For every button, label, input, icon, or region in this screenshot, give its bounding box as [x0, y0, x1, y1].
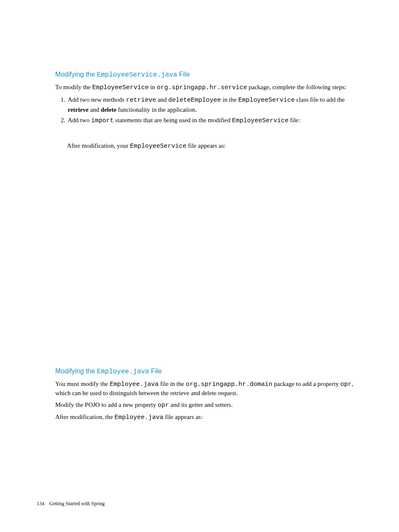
text: file appears as:: [164, 414, 203, 420]
text: in the: [221, 96, 238, 103]
section2-p1: You must modify the Employee.java file i…: [55, 380, 363, 398]
text: After modification, the: [55, 414, 115, 420]
section2-p2: Modify the POJO to add a new property op…: [55, 401, 363, 410]
text: file:: [289, 117, 300, 123]
code-text: deleteEmployee: [168, 97, 221, 104]
steps-list: Add two new methods retrieve and deleteE…: [55, 95, 363, 126]
page-content: Modifying the EmployeeService.java File …: [0, 0, 399, 422]
section1-heading: Modifying the EmployeeService.java File: [55, 70, 363, 80]
heading-suffix: File: [177, 71, 190, 78]
text: Modify the POJO to add a new property: [55, 401, 158, 408]
code-text: opr: [158, 402, 169, 409]
text: Add two: [68, 117, 91, 123]
code-text: org.springapp.hr.domain: [186, 381, 272, 388]
section1-intro: To modify the EmployeeService in org.spr…: [55, 83, 363, 93]
code-text: EmployeeService: [92, 84, 149, 91]
code-text: Employee.java: [110, 381, 159, 388]
section2-p3: After modification, the Employee.java fi…: [55, 413, 363, 422]
text: functionality in the application.: [116, 106, 197, 113]
code-text: EmployeeService: [232, 117, 289, 124]
text: class file to add the: [295, 96, 345, 103]
after-mod-1: After modification, your EmployeeService…: [67, 141, 363, 151]
code-text: retrieve: [126, 97, 156, 104]
section2-heading: Modifying the Employee.java File: [55, 367, 363, 376]
page-number: 134: [37, 501, 44, 506]
code-text: opr: [340, 381, 352, 388]
text: and its getter and setters.: [169, 401, 233, 408]
code-text: org.springapp.hr.service: [157, 84, 247, 91]
text: and: [156, 96, 168, 103]
code-text: EmployeeService: [130, 143, 187, 150]
text: file appears as:: [187, 142, 226, 149]
spacer: [55, 130, 363, 141]
heading-suffix: File: [149, 368, 161, 375]
bold-text: delete: [101, 106, 116, 113]
text: package, complete the following steps:: [247, 84, 346, 90]
heading-prefix: Modifying the: [55, 71, 97, 78]
step-2: Add two import statements that are being…: [67, 116, 363, 126]
text: package to add a property: [272, 380, 340, 387]
text: in: [149, 84, 157, 90]
code-text: EmployeeService: [238, 97, 295, 104]
text: statements that are being used in the mo…: [114, 117, 232, 123]
spacer: [55, 154, 363, 367]
footer-title: Getting Started with Spring: [49, 501, 105, 506]
code-text: import: [91, 117, 114, 124]
bold-text: retrieve: [68, 106, 89, 113]
code-text: Employee.java: [115, 414, 164, 421]
page-footer: 134Getting Started with Spring: [37, 501, 105, 507]
text: You must modify the: [55, 380, 110, 387]
text: After modification, your: [67, 142, 130, 149]
heading-prefix: Modifying the: [55, 368, 97, 375]
text: and: [89, 106, 101, 113]
text: To modify the: [55, 84, 92, 90]
heading-code: EmployeeService.java: [97, 71, 177, 79]
step-1: Add two new methods retrieve and deleteE…: [67, 95, 363, 115]
text: file in the: [159, 380, 186, 387]
text: Add two new methods: [68, 96, 126, 103]
heading-code: Employee.java: [97, 368, 149, 375]
